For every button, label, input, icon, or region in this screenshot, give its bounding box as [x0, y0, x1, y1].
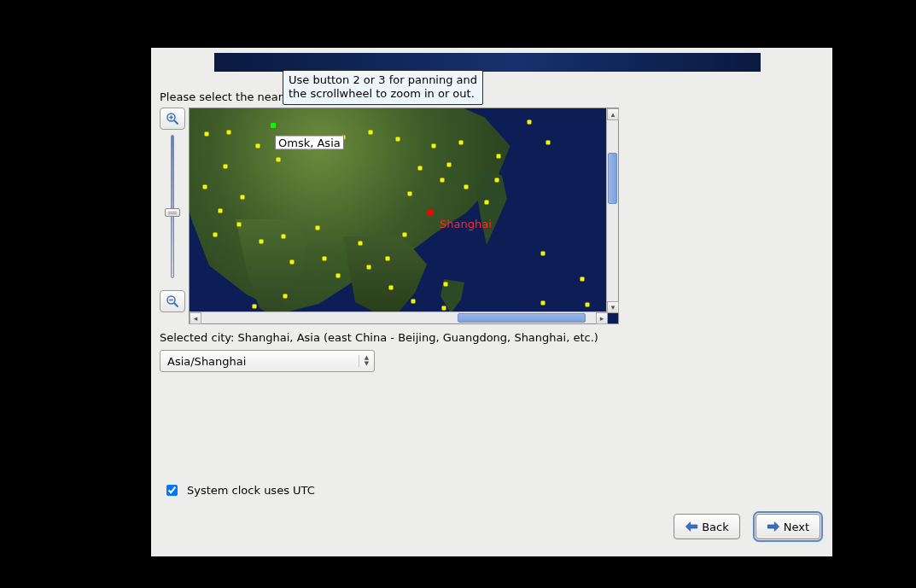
zoom-slider-track[interactable]	[171, 135, 174, 278]
selected-city-text: Selected city: Shanghai, Asia (east Chin…	[160, 331, 598, 344]
hscroll-thumb[interactable]	[458, 313, 586, 323]
city-dot[interactable]	[581, 277, 585, 282]
city-dot[interactable]	[541, 301, 546, 306]
city-dot[interactable]	[203, 185, 207, 189]
city-dot[interactable]	[403, 233, 407, 237]
city-dot[interactable]	[290, 260, 295, 265]
svg-line-1	[174, 120, 178, 124]
city-dot[interactable]	[205, 132, 209, 137]
city-dot[interactable]	[444, 282, 448, 287]
city-dot[interactable]	[495, 178, 499, 183]
city-dot[interactable]	[336, 274, 341, 278]
utc-checkbox-row[interactable]: System clock uses UTC	[163, 482, 315, 498]
map-vertical-scrollbar[interactable]: ▴ ▾	[606, 108, 618, 313]
city-dot[interactable]	[389, 286, 394, 290]
city-dot[interactable]	[316, 226, 320, 230]
arrow-left-icon	[685, 521, 698, 533]
arrow-right-icon	[767, 521, 780, 533]
zoom-slider-thumb[interactable]	[165, 208, 180, 217]
city-dot[interactable]	[260, 240, 264, 244]
city-dot[interactable]	[283, 294, 288, 299]
city-dot[interactable]	[386, 257, 390, 261]
city-dot[interactable]	[485, 201, 489, 205]
city-dot[interactable]	[447, 163, 452, 167]
city-dot[interactable]	[241, 195, 245, 200]
map-area: Omsk, Asia Shanghai ▴ ▾ ◂ ▸	[160, 108, 619, 325]
back-button[interactable]: Back	[674, 514, 740, 539]
back-button-label: Back	[702, 521, 729, 533]
city-dot[interactable]	[432, 144, 436, 148]
header-banner	[214, 53, 761, 72]
next-button[interactable]: Next	[756, 514, 820, 539]
timezone-map[interactable]: Omsk, Asia Shanghai ▴ ▾ ◂ ▸	[189, 108, 619, 324]
city-dot[interactable]	[546, 141, 551, 145]
city-dot[interactable]	[359, 242, 363, 246]
zoom-out-icon	[165, 294, 180, 309]
city-dot[interactable]	[224, 165, 228, 169]
map-canvas[interactable]: Omsk, Asia Shanghai	[190, 108, 608, 313]
map-tooltip: Use button 2 or 3 for panning and the sc…	[283, 70, 483, 105]
svg-line-5	[174, 303, 178, 306]
city-dot[interactable]	[442, 306, 446, 311]
city-dot[interactable]	[219, 209, 223, 213]
installer-window: Use button 2 or 3 for panning and the sc…	[151, 48, 832, 556]
zoom-in-icon	[165, 111, 180, 126]
city-dot[interactable]	[323, 257, 327, 261]
vscroll-track[interactable]	[607, 120, 618, 301]
city-dot[interactable]	[282, 235, 286, 239]
vscroll-thumb[interactable]	[608, 153, 617, 204]
city-dot[interactable]	[459, 141, 464, 145]
utc-checkbox-label: System clock uses UTC	[187, 484, 315, 497]
city-dot[interactable]	[256, 144, 260, 148]
hover-city-label: Omsk, Asia	[275, 136, 344, 150]
timezone-value: Asia/Shanghai	[167, 355, 246, 368]
city-dot[interactable]	[586, 303, 590, 307]
selected-city-dot[interactable]	[428, 210, 434, 216]
timezone-combobox[interactable]: Asia/Shanghai ▲▼	[160, 350, 375, 372]
city-dot[interactable]	[408, 192, 412, 196]
scroll-right-arrow[interactable]: ▸	[596, 312, 608, 324]
city-dot[interactable]	[277, 158, 281, 162]
city-dot[interactable]	[369, 131, 373, 135]
city-dot[interactable]	[237, 223, 242, 227]
map-horizontal-scrollbar[interactable]: ◂ ▸	[190, 311, 608, 323]
combobox-arrows-icon: ▲▼	[359, 355, 370, 367]
city-dot[interactable]	[227, 131, 231, 135]
city-dot[interactable]	[464, 185, 469, 189]
scroll-left-arrow[interactable]: ◂	[190, 312, 201, 324]
utc-checkbox[interactable]	[166, 485, 178, 496]
zoom-out-button[interactable]	[160, 290, 185, 312]
hscroll-track[interactable]	[201, 312, 596, 323]
city-dot[interactable]	[528, 120, 532, 125]
selected-city-label: Shanghai	[440, 218, 492, 230]
city-dot[interactable]	[541, 252, 546, 256]
button-bar: Back Next	[674, 514, 820, 539]
city-dot[interactable]	[411, 300, 416, 304]
city-dot[interactable]	[253, 305, 257, 309]
city-dot[interactable]	[367, 265, 371, 270]
city-dot[interactable]	[396, 137, 400, 142]
zoom-in-button[interactable]	[160, 108, 185, 130]
city-dot[interactable]	[213, 233, 218, 237]
next-button-label: Next	[784, 521, 809, 533]
city-dot[interactable]	[418, 166, 423, 171]
scroll-down-arrow[interactable]: ▾	[607, 301, 619, 313]
zoom-controls	[160, 108, 187, 312]
scroll-up-arrow[interactable]: ▴	[607, 108, 619, 120]
hover-city-dot[interactable]	[271, 123, 276, 128]
city-dot[interactable]	[440, 178, 445, 183]
city-dot[interactable]	[497, 154, 501, 159]
